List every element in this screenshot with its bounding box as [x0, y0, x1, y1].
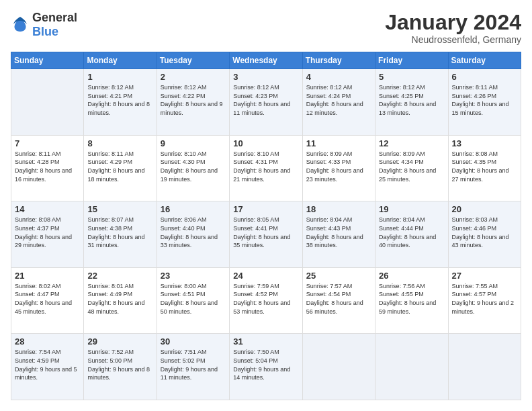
table-row	[375, 334, 448, 400]
header-sunday: Sunday	[11, 52, 84, 69]
day-info: Sunrise: 8:11 AMSunset: 4:29 PMDaylight:…	[87, 150, 152, 183]
day-info: Sunrise: 8:01 AMSunset: 4:49 PMDaylight:…	[87, 282, 152, 316]
header-friday: Friday	[375, 52, 448, 69]
table-row: 26Sunrise: 7:56 AMSunset: 4:55 PMDayligh…	[375, 267, 448, 334]
table-row: 6Sunrise: 8:11 AMSunset: 4:26 PMDaylight…	[448, 69, 521, 136]
calendar-week-row: 7Sunrise: 8:11 AMSunset: 4:28 PMDaylight…	[11, 135, 521, 201]
day-number: 31	[233, 336, 298, 347]
day-info: Sunrise: 8:00 AMSunset: 4:51 PMDaylight:…	[161, 282, 226, 316]
table-row: 19Sunrise: 8:04 AMSunset: 4:44 PMDayligh…	[375, 201, 448, 268]
day-number: 20	[452, 204, 517, 214]
table-row: 2Sunrise: 8:12 AMSunset: 4:22 PMDaylight…	[157, 69, 229, 136]
table-row: 31Sunrise: 7:50 AMSunset: 5:04 PMDayligh…	[230, 334, 302, 400]
day-number: 4	[306, 72, 371, 82]
header-wednesday: Wednesday	[230, 52, 302, 69]
day-info: Sunrise: 8:06 AMSunset: 4:40 PMDaylight:…	[161, 216, 226, 249]
page: General Blue January 2024 Neudrossenfeld…	[0, 0, 532, 411]
day-info: Sunrise: 7:54 AMSunset: 4:59 PMDaylight:…	[15, 348, 80, 381]
table-row	[302, 334, 375, 400]
day-number: 25	[306, 271, 371, 281]
day-number: 12	[379, 138, 444, 148]
day-info: Sunrise: 8:08 AMSunset: 4:37 PMDaylight:…	[15, 216, 80, 249]
logo-text: General Blue	[32, 11, 77, 39]
day-info: Sunrise: 8:11 AMSunset: 4:26 PMDaylight:…	[452, 83, 517, 117]
table-row: 1Sunrise: 8:12 AMSunset: 4:21 PMDaylight…	[84, 69, 157, 136]
calendar-week-row: 21Sunrise: 8:02 AMSunset: 4:47 PMDayligh…	[11, 267, 521, 334]
table-row: 5Sunrise: 8:12 AMSunset: 4:25 PMDaylight…	[375, 69, 448, 136]
table-row: 25Sunrise: 7:57 AMSunset: 4:54 PMDayligh…	[302, 267, 375, 334]
calendar-week-row: 28Sunrise: 7:54 AMSunset: 4:59 PMDayligh…	[11, 334, 521, 400]
day-number: 22	[87, 271, 152, 281]
day-info: Sunrise: 7:57 AMSunset: 4:54 PMDaylight:…	[306, 282, 371, 316]
day-number: 26	[379, 271, 444, 281]
table-row: 27Sunrise: 7:55 AMSunset: 4:57 PMDayligh…	[448, 267, 521, 334]
day-info: Sunrise: 8:05 AMSunset: 4:41 PMDaylight:…	[233, 216, 298, 249]
day-number: 9	[161, 138, 226, 148]
day-info: Sunrise: 8:12 AMSunset: 4:22 PMDaylight:…	[161, 83, 226, 117]
weekday-header-row: Sunday Monday Tuesday Wednesday Thursday…	[11, 52, 521, 69]
header-monday: Monday	[84, 52, 157, 69]
day-info: Sunrise: 8:02 AMSunset: 4:47 PMDaylight:…	[15, 282, 80, 316]
day-info: Sunrise: 8:10 AMSunset: 4:31 PMDaylight:…	[233, 150, 298, 183]
main-title: January 2024	[385, 11, 521, 34]
table-row: 29Sunrise: 7:52 AMSunset: 5:00 PMDayligh…	[84, 334, 157, 400]
day-number: 19	[379, 204, 444, 214]
table-row: 20Sunrise: 8:03 AMSunset: 4:46 PMDayligh…	[448, 201, 521, 268]
day-info: Sunrise: 8:12 AMSunset: 4:25 PMDaylight:…	[379, 83, 444, 117]
table-row: 22Sunrise: 8:01 AMSunset: 4:49 PMDayligh…	[84, 267, 157, 334]
day-number: 13	[452, 138, 517, 148]
table-row: 10Sunrise: 8:10 AMSunset: 4:31 PMDayligh…	[230, 135, 302, 201]
table-row	[448, 334, 521, 400]
calendar-week-row: 1Sunrise: 8:12 AMSunset: 4:21 PMDaylight…	[11, 69, 521, 136]
day-number: 24	[233, 271, 298, 281]
table-row: 8Sunrise: 8:11 AMSunset: 4:29 PMDaylight…	[84, 135, 157, 201]
day-number: 3	[233, 72, 298, 82]
table-row: 30Sunrise: 7:51 AMSunset: 5:02 PMDayligh…	[157, 334, 229, 400]
day-number: 18	[306, 204, 371, 214]
table-row: 23Sunrise: 8:00 AMSunset: 4:51 PMDayligh…	[157, 267, 229, 334]
calendar-table: Sunday Monday Tuesday Wednesday Thursday…	[11, 52, 521, 400]
table-row: 11Sunrise: 8:09 AMSunset: 4:33 PMDayligh…	[302, 135, 375, 201]
day-number: 1	[87, 72, 152, 82]
day-info: Sunrise: 7:55 AMSunset: 4:57 PMDaylight:…	[452, 282, 517, 316]
table-row: 9Sunrise: 8:10 AMSunset: 4:30 PMDaylight…	[157, 135, 229, 201]
header-tuesday: Tuesday	[157, 52, 229, 69]
logo: General Blue	[11, 11, 77, 39]
day-info: Sunrise: 7:59 AMSunset: 4:52 PMDaylight:…	[233, 282, 298, 316]
day-number: 5	[379, 72, 444, 82]
day-info: Sunrise: 8:12 AMSunset: 4:24 PMDaylight:…	[306, 83, 371, 117]
day-number: 2	[161, 72, 226, 82]
day-info: Sunrise: 8:03 AMSunset: 4:46 PMDaylight:…	[452, 216, 517, 249]
table-row: 15Sunrise: 8:07 AMSunset: 4:38 PMDayligh…	[84, 201, 157, 268]
day-number: 10	[233, 138, 298, 148]
table-row: 14Sunrise: 8:08 AMSunset: 4:37 PMDayligh…	[11, 201, 84, 268]
day-info: Sunrise: 8:12 AMSunset: 4:21 PMDaylight:…	[87, 83, 152, 117]
day-number: 16	[161, 204, 226, 214]
table-row: 18Sunrise: 8:04 AMSunset: 4:43 PMDayligh…	[302, 201, 375, 268]
day-number: 11	[306, 138, 371, 148]
day-number: 30	[161, 336, 226, 347]
table-row: 24Sunrise: 7:59 AMSunset: 4:52 PMDayligh…	[230, 267, 302, 334]
day-info: Sunrise: 8:11 AMSunset: 4:28 PMDaylight:…	[15, 150, 80, 183]
day-number: 15	[87, 204, 152, 214]
table-row: 17Sunrise: 8:05 AMSunset: 4:41 PMDayligh…	[230, 201, 302, 268]
table-row: 16Sunrise: 8:06 AMSunset: 4:40 PMDayligh…	[157, 201, 229, 268]
day-number: 7	[15, 138, 80, 148]
day-info: Sunrise: 8:07 AMSunset: 4:38 PMDaylight:…	[87, 216, 152, 249]
day-number: 17	[233, 204, 298, 214]
logo-icon	[11, 15, 30, 34]
day-number: 27	[452, 271, 517, 281]
day-number: 28	[15, 336, 80, 347]
day-info: Sunrise: 7:56 AMSunset: 4:55 PMDaylight:…	[379, 282, 444, 316]
day-number: 8	[87, 138, 152, 148]
header-saturday: Saturday	[448, 52, 521, 69]
day-info: Sunrise: 8:08 AMSunset: 4:35 PMDaylight:…	[452, 150, 517, 183]
subtitle: Neudrossenfeld, Germany	[385, 34, 521, 45]
table-row: 21Sunrise: 8:02 AMSunset: 4:47 PMDayligh…	[11, 267, 84, 334]
calendar-week-row: 14Sunrise: 8:08 AMSunset: 4:37 PMDayligh…	[11, 201, 521, 268]
table-row	[11, 69, 84, 136]
day-info: Sunrise: 7:51 AMSunset: 5:02 PMDaylight:…	[161, 348, 226, 381]
table-row: 13Sunrise: 8:08 AMSunset: 4:35 PMDayligh…	[448, 135, 521, 201]
header: General Blue January 2024 Neudrossenfeld…	[11, 11, 521, 45]
day-info: Sunrise: 8:09 AMSunset: 4:34 PMDaylight:…	[379, 150, 444, 183]
